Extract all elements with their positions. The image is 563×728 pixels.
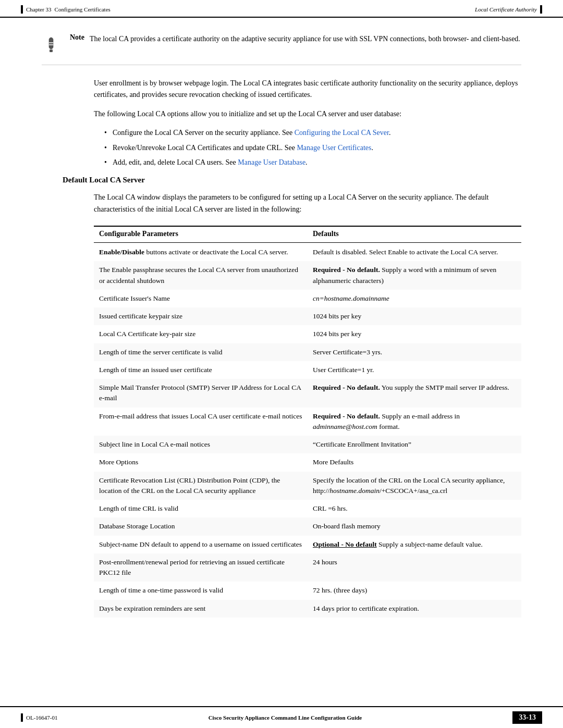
bullet-link-3[interactable]: Manage User Database xyxy=(238,158,305,166)
note-content: The local CA provides a certificate auth… xyxy=(90,33,520,44)
param-cell: Issued certificate keypair size xyxy=(94,307,308,325)
note-label: Note xyxy=(70,33,84,42)
default-cell: Default is disabled. Select Enable to ac… xyxy=(308,243,521,262)
bullet-after-3: . xyxy=(305,158,308,166)
default-cell: User Certificate=1 yr. xyxy=(308,361,521,379)
default-cell: On-board flash memory xyxy=(308,517,521,535)
bullet-after-2: . xyxy=(371,144,373,152)
bullet-list: Configure the Local CA Server on the sec… xyxy=(104,127,521,168)
footer-center-text: Cisco Security Appliance Command Line Co… xyxy=(58,714,513,721)
default-cell: Required - No default. You supply the SM… xyxy=(308,379,521,408)
note-icon xyxy=(42,35,60,56)
default-cell: cn=hostname.domainname xyxy=(308,290,521,307)
bullet-link-1[interactable]: Configuring the Local CA Sever xyxy=(295,129,389,137)
chapter-title: Configuring Certificates xyxy=(55,6,111,13)
svg-rect-0 xyxy=(50,50,53,52)
param-cell: Simple Mail Transfer Protocol (SMTP) Ser… xyxy=(94,379,308,408)
section-intro: The Local CA window displays the paramet… xyxy=(94,192,521,215)
table-row: From-e-mail address that issues Local CA… xyxy=(94,408,521,436)
header-bar-right-icon xyxy=(540,5,542,14)
note-section: Note The local CA provides a certificate… xyxy=(42,33,521,65)
default-cell: 1024 bits per key xyxy=(308,307,521,325)
param-cell: From-e-mail address that issues Local CA… xyxy=(94,408,308,436)
default-cell: “Certificate Enrollment Invitation” xyxy=(308,436,521,453)
param-cell: Length of time CRL is valid xyxy=(94,500,308,517)
param-cell: Length of time a one-time password is va… xyxy=(94,582,308,599)
header-left: Chapter 33 Configuring Certificates xyxy=(21,5,111,14)
param-cell: Length of time the server certificate is… xyxy=(94,343,308,361)
table-row: Issued certificate keypair size1024 bits… xyxy=(94,307,521,325)
page-content: Note The local CA provides a certificate… xyxy=(0,18,563,659)
default-cell: 24 hours xyxy=(308,553,521,582)
default-cell: Optional - No default Supply a subject-n… xyxy=(308,536,521,553)
bullet-text-2-plain: Revoke/Unrevoke Local CA Certificates an… xyxy=(113,144,297,152)
table-row: The Enable passphrase secures the Local … xyxy=(94,261,521,290)
bullet-text-1-plain: Configure the Local CA Server on the sec… xyxy=(113,129,295,137)
table-row: Subject-name DN default to append to a u… xyxy=(94,536,521,553)
section-heading: Default Local CA Server xyxy=(63,176,521,184)
col-header-param: Configurable Parameters xyxy=(94,226,308,243)
table-row: Post-enrollment/renewal period for retri… xyxy=(94,553,521,582)
param-cell: Certificate Revocation List (CRL) Distri… xyxy=(94,472,308,500)
intro-para-1: User enrollment is by browser webpage lo… xyxy=(94,78,521,101)
page-header: Chapter 33 Configuring Certificates Loca… xyxy=(0,0,563,18)
table-row: Length of time CRL is validCRL =6 hrs. xyxy=(94,500,521,517)
header-section-title: Local Certificate Authority xyxy=(475,6,537,13)
default-cell: Required - No default. Supply an e-mail … xyxy=(308,408,521,436)
default-cell: 72 hrs. (three days) xyxy=(308,582,521,599)
table-row: Local CA Certificate key-pair size1024 b… xyxy=(94,325,521,343)
table-row: Days be expiration reminders are sent14 … xyxy=(94,600,521,618)
param-cell: Post-enrollment/renewal period for retri… xyxy=(94,553,308,582)
bullet-after-1: . xyxy=(389,129,391,137)
table-row: Certificate Issuer's Namecn=hostname.dom… xyxy=(94,290,521,307)
table-row: Database Storage LocationOn-board flash … xyxy=(94,517,521,535)
table-row: Enable/Disable buttons activate or deact… xyxy=(94,243,521,262)
list-item: Revoke/Unrevoke Local CA Certificates an… xyxy=(104,142,521,154)
page-footer: OL-16647-01 Cisco Security Appliance Com… xyxy=(0,706,563,728)
chapter-label: Chapter 33 xyxy=(26,6,52,13)
default-cell: 1024 bits per key xyxy=(308,325,521,343)
footer-page-number: 33-13 xyxy=(512,711,542,724)
param-cell: More Options xyxy=(94,453,308,471)
default-cell: 14 days prior to certificate expiration. xyxy=(308,600,521,618)
params-table: Configurable Parameters Defaults Enable/… xyxy=(94,226,521,618)
param-cell: Enable/Disable buttons activate or deact… xyxy=(94,243,308,262)
footer-bar-icon xyxy=(21,713,23,722)
bullet-link-2[interactable]: Manage User Certificates xyxy=(297,144,371,152)
param-cell: Certificate Issuer's Name xyxy=(94,290,308,307)
table-row: Length of time a one-time password is va… xyxy=(94,582,521,599)
col-header-default: Defaults xyxy=(308,226,521,243)
bullet-text-3-plain: Add, edit, and, delete Local CA users. S… xyxy=(113,158,238,166)
param-cell: Days be expiration reminders are sent xyxy=(94,600,308,618)
param-cell: Local CA Certificate key-pair size xyxy=(94,325,308,343)
header-bar-icon xyxy=(21,5,23,14)
footer-left: OL-16647-01 xyxy=(21,713,58,722)
table-row: Certificate Revocation List (CRL) Distri… xyxy=(94,472,521,500)
header-right: Local Certificate Authority xyxy=(475,5,542,14)
table-row: Simple Mail Transfer Protocol (SMTP) Ser… xyxy=(94,379,521,408)
param-cell: The Enable passphrase secures the Local … xyxy=(94,261,308,290)
intro-para-2: The following Local CA options allow you… xyxy=(94,108,521,120)
table-row: Length of time an issued user certificat… xyxy=(94,361,521,379)
default-cell: Specify the location of the CRL on the L… xyxy=(308,472,521,500)
default-cell: Server Certificate=3 yrs. xyxy=(308,343,521,361)
param-cell: Length of time an issued user certificat… xyxy=(94,361,308,379)
default-cell: Required - No default. Supply a word wit… xyxy=(308,261,521,290)
list-item: Configure the Local CA Server on the sec… xyxy=(104,127,521,139)
table-row: Length of time the server certificate is… xyxy=(94,343,521,361)
default-cell: CRL =6 hrs. xyxy=(308,500,521,517)
list-item: Add, edit, and, delete Local CA users. S… xyxy=(104,157,521,168)
param-cell: Subject line in Local CA e-mail notices xyxy=(94,436,308,453)
default-cell: More Defaults xyxy=(308,453,521,471)
param-cell: Subject-name DN default to append to a u… xyxy=(94,536,308,553)
table-row: Subject line in Local CA e-mail notices“… xyxy=(94,436,521,453)
footer-doc-number: OL-16647-01 xyxy=(26,714,58,721)
param-cell: Database Storage Location xyxy=(94,517,308,535)
table-row: More OptionsMore Defaults xyxy=(94,453,521,471)
